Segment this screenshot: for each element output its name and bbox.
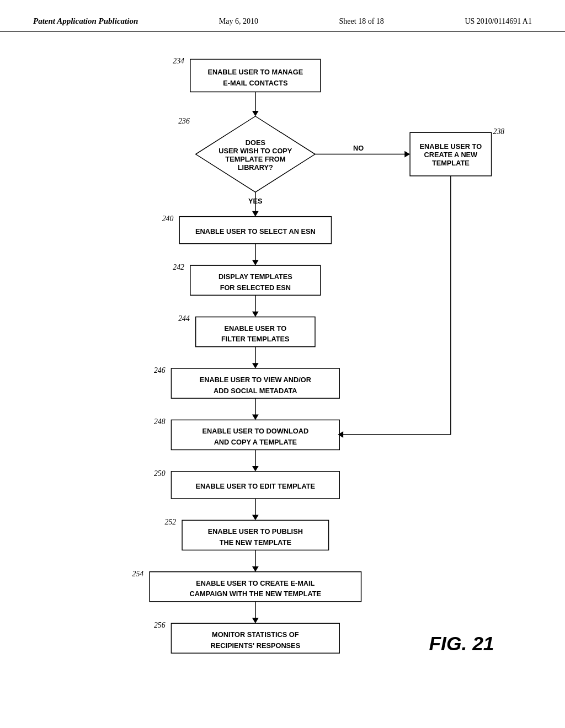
svg-text:250: 250	[154, 469, 166, 478]
svg-marker-5	[252, 111, 259, 116]
svg-text:DISPLAY TEMPLATES: DISPLAY TEMPLATES	[218, 272, 292, 281]
svg-text:ENABLE USER TO SELECT AN ESN: ENABLE USER TO SELECT AN ESN	[195, 227, 316, 235]
svg-text:ENABLE USER TO: ENABLE USER TO	[225, 324, 287, 333]
svg-marker-59	[252, 515, 259, 521]
svg-text:236: 236	[178, 117, 190, 125]
svg-text:E-MAIL CONTACTS: E-MAIL CONTACTS	[223, 79, 288, 87]
svg-text:NO: NO	[353, 144, 364, 152]
svg-text:THE NEW TEMPLATE: THE NEW TEMPLATE	[220, 538, 292, 547]
svg-text:254: 254	[132, 570, 144, 578]
svg-text:ENABLE USER TO CREATE E-MAIL: ENABLE USER TO CREATE E-MAIL	[196, 579, 315, 587]
svg-text:FIG. 21: FIG. 21	[429, 633, 494, 655]
svg-text:256: 256	[154, 621, 166, 629]
date-label: May 6, 2010	[219, 17, 258, 26]
svg-text:ENABLE USER TO: ENABLE USER TO	[420, 142, 482, 151]
svg-text:CREATE A NEW: CREATE A NEW	[424, 151, 478, 159]
svg-text:244: 244	[178, 314, 190, 323]
svg-text:242: 242	[173, 263, 184, 271]
svg-text:234: 234	[173, 57, 184, 65]
svg-marker-22	[252, 211, 259, 217]
svg-text:248: 248	[154, 417, 166, 426]
patent-number: US 2010/0114691 A1	[465, 17, 532, 26]
svg-text:DOES: DOES	[246, 138, 266, 147]
publication-label: Patent Application Publication	[33, 17, 138, 26]
svg-marker-27	[252, 260, 259, 265]
svg-marker-71	[252, 618, 259, 623]
svg-text:FOR SELECTED ESN: FOR SELECTED ESN	[220, 283, 291, 292]
svg-text:ENABLE USER TO DOWNLOAD: ENABLE USER TO DOWNLOAD	[202, 427, 308, 435]
svg-marker-54	[252, 466, 259, 472]
svg-text:TEMPLATE: TEMPLATE	[432, 159, 470, 167]
svg-text:252: 252	[165, 518, 177, 526]
svg-text:RECIPIENTS' RESPONSES: RECIPIENTS' RESPONSES	[211, 641, 301, 650]
svg-text:CAMPAIGN WITH THE NEW TEMPLATE: CAMPAIGN WITH THE NEW TEMPLATE	[190, 590, 322, 598]
svg-text:ENABLE USER TO PUBLISH: ENABLE USER TO PUBLISH	[208, 527, 303, 536]
svg-text:246: 246	[154, 366, 166, 374]
svg-text:AND COPY A TEMPLATE: AND COPY A TEMPLATE	[214, 438, 297, 446]
svg-text:MONITOR STATISTICS OF: MONITOR STATISTICS OF	[212, 630, 299, 639]
svg-marker-13	[404, 151, 410, 158]
svg-marker-39	[252, 363, 259, 368]
svg-text:ENABLE USER TO MANAGE: ENABLE USER TO MANAGE	[207, 68, 303, 76]
svg-marker-65	[252, 566, 259, 572]
svg-text:ADD SOCIAL METADATA: ADD SOCIAL METADATA	[214, 387, 297, 395]
svg-text:ENABLE USER TO EDIT TEMPLATE: ENABLE USER TO EDIT TEMPLATE	[196, 482, 316, 490]
svg-text:TEMPLATE FROM: TEMPLATE FROM	[225, 155, 285, 163]
svg-text:238: 238	[493, 127, 505, 136]
svg-text:240: 240	[162, 215, 174, 223]
page-header: Patent Application Publication May 6, 20…	[0, 0, 565, 32]
svg-text:FILTER TEMPLATES: FILTER TEMPLATES	[221, 335, 290, 343]
svg-text:ENABLE USER TO VIEW AND/OR: ENABLE USER TO VIEW AND/OR	[200, 376, 311, 384]
svg-marker-45	[252, 415, 259, 420]
svg-text:LIBRARY?: LIBRARY?	[238, 163, 273, 172]
sheet-label: Sheet 18 of 18	[339, 17, 384, 26]
svg-text:USER WISH TO COPY: USER WISH TO COPY	[218, 147, 292, 155]
diagram-area: ENABLE USER TO MANAGE E-MAIL CONTACTS 23…	[0, 32, 565, 705]
svg-marker-33	[252, 312, 259, 317]
